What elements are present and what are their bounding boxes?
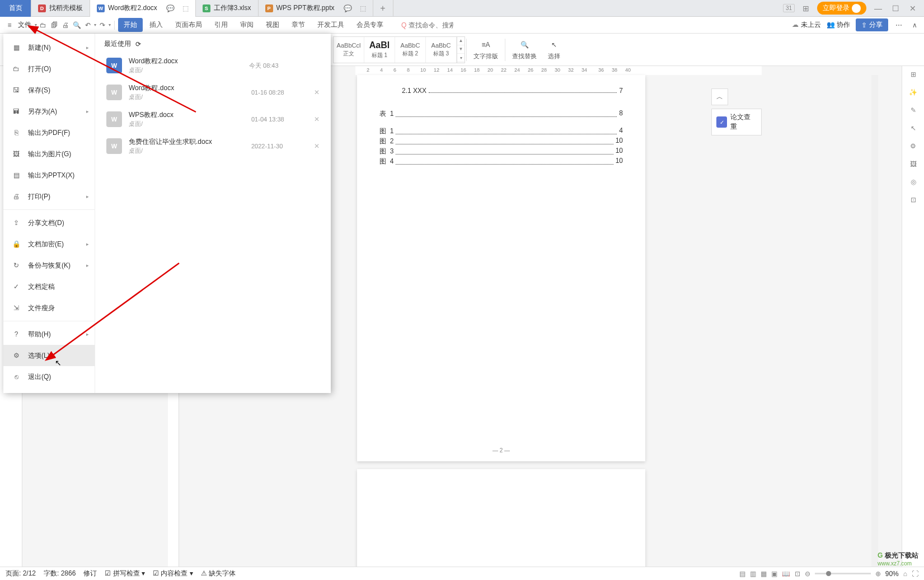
print-icon[interactable]: 🖨 <box>60 20 71 30</box>
word-count[interactable]: 字数: 2866 <box>44 569 76 578</box>
ribbon-tab-dev[interactable]: 开发工具 <box>312 18 350 32</box>
gallery-scroll[interactable]: ▲▼▾ <box>457 37 465 63</box>
tab-add[interactable]: + <box>373 0 393 17</box>
save-icon[interactable]: 🗀 <box>38 20 48 30</box>
menu-open[interactable]: 🗀打开(O) <box>3 58 95 79</box>
menu-exit[interactable]: ⎋退出(Q) <box>3 366 95 387</box>
file-menu-button[interactable]: 文件 <box>16 20 34 30</box>
refresh-icon[interactable]: ⟳ <box>135 40 141 48</box>
image-icon[interactable]: 🖼 <box>910 160 917 168</box>
close-icon[interactable]: ⬚ <box>182 4 189 12</box>
zoom-out-icon[interactable]: ⊖ <box>805 570 810 578</box>
menu-finalize[interactable]: ✓文档定稿 <box>3 276 95 297</box>
menu-print[interactable]: 🖨打印(P)▸ <box>3 186 95 207</box>
pointer-icon[interactable]: ↖ <box>911 124 916 132</box>
ribbon-tab-review[interactable]: 审阅 <box>234 18 259 32</box>
target-icon[interactable]: ◎ <box>911 178 916 186</box>
missing-fonts[interactable]: ⚠ 缺失字体 <box>201 569 236 578</box>
horizontal-ruler[interactable]: 246810121416182022242628303234363840 <box>355 66 762 75</box>
menu-save[interactable]: 🖫保存(S) <box>3 79 95 101</box>
badge-icon[interactable]: 31 <box>783 4 795 12</box>
content-check[interactable]: ☑ 内容检查 ▾ <box>153 569 193 578</box>
menu-export-pdf[interactable]: ⎘输出为PDF(F) <box>3 122 95 143</box>
tab-template[interactable]: D找稻壳模板 <box>31 0 90 17</box>
ribbon-tab-reference[interactable]: 引用 <box>209 18 233 32</box>
comment-icon[interactable]: 💬 <box>344 4 352 12</box>
menu-backup[interactable]: ↻备份与恢复(K)▸ <box>3 255 95 276</box>
minimize-icon[interactable]: — <box>872 4 884 13</box>
scrollbar[interactable] <box>871 75 878 567</box>
view-page-icon[interactable]: ▤ <box>739 570 745 578</box>
collapse-icon[interactable]: ∧ <box>909 20 920 30</box>
zoom-value[interactable]: 90% <box>885 570 899 578</box>
page-2[interactable] <box>357 469 645 567</box>
zoom-in-icon[interactable]: ⊕ <box>875 570 881 578</box>
ribbon-tab-insert[interactable]: 插入 <box>144 18 168 32</box>
view-read-icon[interactable]: ▣ <box>771 570 777 578</box>
toolbox-icon[interactable]: ⊞ <box>911 71 916 78</box>
zoom-slider[interactable] <box>815 573 871 574</box>
collapse-panel-button[interactable]: ︿ <box>711 88 728 105</box>
save-as-icon[interactable]: 🗐 <box>49 20 59 30</box>
fit-icon[interactable]: ⊡ <box>795 570 800 578</box>
recent-file[interactable]: W免费住宿让毕业生求职.docx桌面/2022-11-30✕ <box>104 133 322 160</box>
close-icon[interactable]: ⬚ <box>360 4 366 12</box>
style-h1[interactable]: AaBl标题 1 <box>364 37 395 63</box>
track-changes[interactable]: 修订 <box>83 569 97 578</box>
menu-help[interactable]: ?帮助(H)▸ <box>3 324 95 345</box>
recent-file[interactable]: WWPS教程.docx桌面/01-04 13:38✕ <box>104 106 322 133</box>
home-icon[interactable]: ⌂ <box>903 570 907 578</box>
ribbon-tab-layout[interactable]: 页面布局 <box>170 18 208 32</box>
plagiarism-check-button[interactable]: ✓论文查重 <box>711 109 762 135</box>
tab-ppt[interactable]: PWPS PPT教程.pptx💬⬚ <box>259 0 373 17</box>
tab-home[interactable]: 首页 <box>0 0 31 17</box>
maximize-icon[interactable]: ☐ <box>890 4 902 13</box>
ribbon-tab-view[interactable]: 视图 <box>260 18 285 32</box>
undo-icon[interactable]: ↶ <box>83 20 93 30</box>
close-icon[interactable]: ✕ <box>907 4 918 13</box>
menu-share[interactable]: ⇪分享文档(D) <box>3 212 95 233</box>
style-gallery[interactable]: AaBbCcl正文 AaBl标题 1 AaBbC标题 2 AaBbC标题 3 ▲… <box>333 36 465 63</box>
cloud-status[interactable]: ☁ 未上云 <box>792 20 820 30</box>
find-replace-button[interactable]: 🔍查找替换 <box>506 36 542 63</box>
ribbon-tab-start[interactable]: 开始 <box>118 18 143 32</box>
magic-icon[interactable]: ✨ <box>909 88 917 96</box>
book-icon[interactable]: 📖 <box>782 570 790 578</box>
login-button[interactable]: 立即登录 <box>817 2 866 15</box>
view-icon[interactable]: ⊡ <box>911 196 916 204</box>
page-indicator[interactable]: 页面: 2/12 <box>6 569 36 578</box>
menu-saveas[interactable]: 🖬另存为(A)▸ <box>3 101 95 122</box>
command-search[interactable]: Q <box>401 21 453 29</box>
style-h3[interactable]: AaBbC标题 3 <box>426 37 457 63</box>
menu-export-img[interactable]: 🖼输出为图片(G) <box>3 143 95 165</box>
ribbon-tab-member[interactable]: 会员专享 <box>351 18 389 32</box>
menu-icon[interactable]: ≡ <box>4 20 15 30</box>
recent-file[interactable]: WWord教程2.docx桌面/今天 08:43 <box>104 52 322 79</box>
page-1[interactable]: 2.1 XXX7 表 18 图 14 图 210 图 310 图 410 — 2… <box>357 75 645 461</box>
view-web-icon[interactable]: ▥ <box>750 570 756 578</box>
style-h2[interactable]: AaBbC标题 2 <box>395 37 426 63</box>
select-button[interactable]: ↖选择 <box>542 36 566 63</box>
search-input[interactable] <box>409 21 453 29</box>
ribbon-tab-chapter[interactable]: 章节 <box>286 18 311 32</box>
text-layout-button[interactable]: ≡A文字排版 <box>468 36 504 63</box>
remove-icon[interactable]: ✕ <box>314 88 320 96</box>
remove-icon[interactable]: ✕ <box>314 115 320 123</box>
more-icon[interactable]: ⋯ <box>894 20 904 30</box>
comment-icon[interactable]: 💬 <box>166 4 175 12</box>
spell-check[interactable]: ☑ 拼写检查 ▾ <box>105 569 145 578</box>
share-button[interactable]: ⇪分享 <box>856 18 888 31</box>
menu-options[interactable]: ⚙选项(L) <box>3 345 95 366</box>
settings-icon[interactable]: ⚙ <box>910 142 916 150</box>
apps-icon[interactable]: ⊞ <box>800 4 812 13</box>
collab-button[interactable]: 👥 协作 <box>827 20 850 30</box>
style-normal[interactable]: AaBbCcl正文 <box>334 37 364 63</box>
menu-export-pptx[interactable]: ▤输出为PPTX(X) <box>3 165 95 186</box>
recent-file[interactable]: WWord教程.docx桌面/01-16 08:28✕ <box>104 79 322 106</box>
tab-xls[interactable]: S工作簿3.xlsx <box>196 0 259 17</box>
redo-icon[interactable]: ↷ <box>97 20 107 30</box>
remove-icon[interactable]: ✕ <box>314 142 320 150</box>
tab-word-doc[interactable]: WWord教程2.docx💬⬚ <box>90 0 196 17</box>
menu-encrypt[interactable]: 🔒文档加密(E)▸ <box>3 233 95 255</box>
menu-slim[interactable]: ⇲文件瘦身 <box>3 297 95 319</box>
